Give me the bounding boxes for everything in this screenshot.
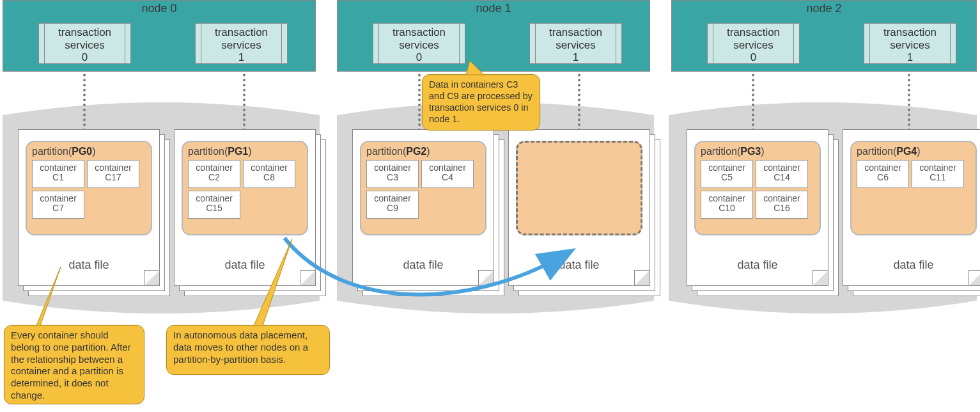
callout-every-container: Every container should belong to one par… xyxy=(4,325,144,404)
callout-text: Data in containers C3 and C9 are process… xyxy=(429,79,533,124)
callout-text: Every container should belong to one par… xyxy=(11,329,131,400)
callout-autonomous-placement: In autonomous data placement, data moves… xyxy=(166,325,330,375)
callout-data-processed: Data in containers C3 and C9 are process… xyxy=(422,74,540,131)
callout-text: In autonomous data placement, data moves… xyxy=(173,329,308,365)
